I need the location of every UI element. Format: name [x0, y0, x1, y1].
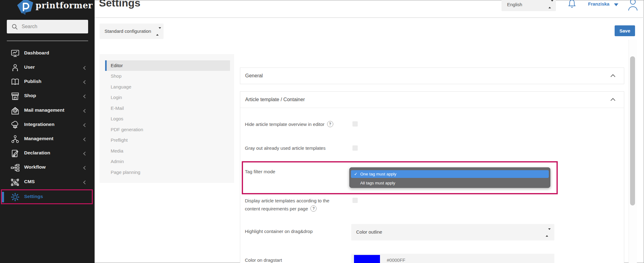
integrations-icon — [11, 120, 20, 130]
sidebar-search[interactable] — [7, 20, 88, 33]
display-per-page-label-line2: content requirements per page ? — [245, 205, 317, 212]
subnav-item-email[interactable]: E-Mail — [105, 103, 230, 114]
subnav-item-media[interactable]: Media — [105, 146, 230, 156]
user-avatar-icon[interactable] — [627, 0, 639, 12]
shop-icon — [11, 92, 20, 101]
collapse-caret-icon[interactable] — [611, 74, 616, 79]
tag-filter-dropdown-menu[interactable]: ✓ One tag must apply All tags must apply — [349, 167, 550, 188]
content-scrollbar-thumb[interactable] — [630, 56, 635, 205]
sidebar-item-management[interactable]: Management — [0, 132, 95, 146]
chevron-left-icon — [83, 109, 87, 113]
select-updown-icon — [548, 2, 552, 7]
select-updown-icon — [546, 230, 549, 235]
user-icon — [11, 63, 20, 72]
highlight-container-label: Highlight container on drag&drop — [245, 229, 313, 234]
color-dragstart-field: #0000FF — [351, 254, 554, 263]
section-title: Article template / Container — [245, 97, 305, 102]
chevron-left-icon — [83, 166, 87, 170]
declaration-icon — [11, 149, 20, 158]
sidebar-item-cms[interactable]: CMS — [0, 175, 95, 189]
hide-overview-checkbox[interactable] — [352, 121, 358, 127]
chevron-left-icon — [83, 152, 87, 156]
hide-overview-label: Hide article template overview in editor… — [245, 121, 333, 127]
chevron-left-icon — [83, 180, 87, 184]
display-per-page-checkbox[interactable] — [352, 198, 358, 203]
gray-out-label: Gray out already used article templates — [245, 145, 326, 151]
notifications-bell-icon[interactable] — [568, 0, 576, 10]
tag-filter-label: Tag filter mode — [245, 169, 275, 174]
active-indicator-bar — [105, 60, 107, 71]
user-menu-caret-icon[interactable] — [614, 3, 618, 6]
color-hex-value: #0000FF — [387, 257, 405, 263]
sidebar-item-workflow[interactable]: Workflow — [0, 161, 95, 175]
subnav-item-shop[interactable]: Shop — [105, 71, 230, 81]
collapse-caret-icon[interactable] — [611, 98, 616, 103]
management-icon — [11, 135, 20, 144]
subnav-item-language[interactable]: Language — [105, 82, 230, 92]
sidebar-item-declaration[interactable]: Declaration — [0, 146, 95, 161]
sidebar-item-mail-management[interactable]: Mail management — [0, 104, 95, 118]
dropdown-option[interactable]: All tags must apply — [351, 179, 549, 187]
chevron-left-icon — [83, 94, 87, 98]
chevron-left-icon — [83, 123, 87, 127]
save-button[interactable]: Save — [615, 25, 635, 36]
language-select[interactable]: English — [501, 0, 556, 11]
sidebar-divider — [7, 41, 88, 41]
header-divider — [95, 17, 644, 18]
sidebar-item-user[interactable]: User — [0, 61, 95, 75]
chevron-left-icon — [83, 66, 87, 70]
help-icon[interactable]: ? — [310, 205, 317, 212]
publish-icon — [11, 77, 20, 87]
mail-icon — [11, 106, 20, 115]
sidebar-item-settings[interactable]: Settings — [0, 190, 95, 204]
subnav-item-editor[interactable]: Editor — [105, 60, 230, 71]
section-general-header[interactable]: General — [240, 68, 624, 84]
dashboard-icon — [11, 49, 20, 58]
cms-icon — [11, 178, 20, 187]
color-dragstart-label: Color on dragstart — [245, 257, 282, 263]
search-input[interactable] — [22, 20, 83, 33]
printformer-logo-text: printformer — [36, 1, 93, 10]
subnav-item-admin[interactable]: Admin — [105, 156, 230, 167]
subnav-item-pdf-generation[interactable]: PDF generation — [105, 124, 230, 135]
page-title: Settings — [99, 0, 140, 9]
chevron-left-icon — [83, 80, 87, 84]
sidebar-item-integrationen[interactable]: Integrationen — [0, 118, 95, 132]
display-per-page-label-line1: Display article templates according to t… — [245, 198, 329, 203]
app-viewport: printformer Dashboard User Pu — [0, 0, 644, 263]
workflow-icon — [11, 163, 20, 172]
gray-out-checkbox[interactable] — [352, 145, 358, 151]
sidebar-item-publish[interactable]: Publish — [0, 75, 95, 89]
select-updown-icon — [156, 29, 159, 34]
help-icon[interactable]: ? — [327, 121, 333, 127]
subnav-item-logos[interactable]: Logos — [105, 114, 230, 124]
dropdown-option-selected[interactable]: ✓ One tag must apply — [351, 170, 549, 178]
highlight-container-select[interactable]: Color outline — [351, 224, 554, 240]
active-indicator-bar — [2, 192, 4, 202]
color-swatch[interactable] — [354, 255, 380, 263]
sidebar-item-dashboard[interactable]: Dashboard — [0, 46, 95, 61]
printformer-logo-icon[interactable] — [16, 0, 35, 15]
configuration-select[interactable]: Standard configuration — [100, 24, 164, 39]
section-title: General — [245, 73, 263, 79]
subnav-item-login[interactable]: Login — [105, 92, 230, 103]
check-icon: ✓ — [354, 170, 357, 178]
subnav-item-preflight[interactable]: Preflight — [105, 135, 230, 145]
sidebar-item-shop[interactable]: Shop — [0, 89, 95, 103]
search-icon — [11, 23, 19, 31]
settings-subnav: Editor Shop Language Login E-Mail Logos … — [100, 54, 234, 183]
settings-gear-icon — [11, 192, 20, 202]
content-scrollbar-track[interactable] — [629, 40, 637, 263]
subnav-item-page-planning[interactable]: Page planning — [105, 167, 230, 178]
section-general: General — [240, 67, 624, 84]
chevron-left-icon — [83, 137, 87, 141]
user-name[interactable]: Franziska — [588, 1, 609, 6]
sidebar: printformer Dashboard User Pu — [0, 0, 95, 263]
section-article-header[interactable]: Article template / Container — [240, 92, 624, 108]
